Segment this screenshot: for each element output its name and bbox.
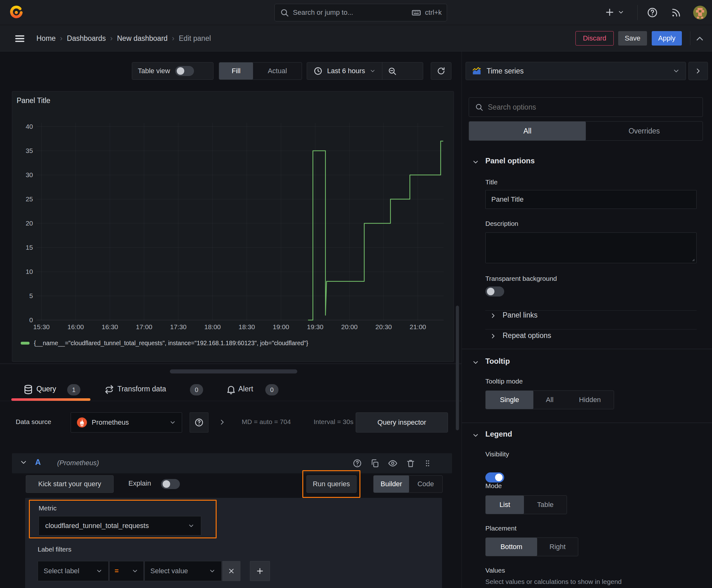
duplicate-icon[interactable] bbox=[370, 459, 380, 468]
tab-all[interactable]: All bbox=[469, 122, 586, 141]
tab-alert[interactable]: Alert bbox=[238, 385, 253, 393]
datasource-name: Prometheus bbox=[92, 418, 129, 426]
mode-list-option[interactable]: List bbox=[486, 496, 524, 514]
chevron-down-icon bbox=[672, 67, 680, 75]
time-range-button[interactable]: Last 6 hours bbox=[307, 63, 382, 80]
panel-links-header[interactable]: Panel links bbox=[503, 311, 537, 319]
transform-icon bbox=[104, 384, 114, 395]
breadcrumb-dashboards[interactable]: Dashboards bbox=[67, 34, 106, 43]
mode-table-option[interactable]: Table bbox=[524, 496, 567, 514]
kickstart-query-button[interactable]: Kick start your query bbox=[26, 475, 114, 493]
metric-select[interactable]: cloudflared_tunnel_total_requests bbox=[39, 516, 201, 536]
panel-title-input[interactable] bbox=[486, 190, 697, 209]
panel-options-header[interactable]: Panel options bbox=[486, 156, 535, 165]
chevron-right-icon bbox=[490, 332, 497, 340]
actual-option[interactable]: Actual bbox=[253, 63, 302, 80]
discard-button[interactable]: Discard bbox=[576, 31, 614, 45]
query-row-actions bbox=[352, 453, 432, 474]
select-label-dropdown[interactable]: Select label bbox=[38, 561, 109, 581]
transparent-bg-toggle[interactable] bbox=[486, 287, 504, 296]
table-view-toggle-group: Table view bbox=[132, 62, 214, 80]
datasource-select[interactable]: Prometheus bbox=[71, 413, 182, 433]
datasource-help-button[interactable] bbox=[190, 413, 209, 433]
table-view-toggle[interactable] bbox=[175, 66, 194, 76]
category-divider bbox=[462, 422, 712, 423]
chevron-down-icon bbox=[169, 419, 176, 426]
search-input[interactable] bbox=[293, 8, 408, 17]
placement-bottom-option[interactable]: Bottom bbox=[486, 538, 537, 556]
select-value-dropdown[interactable]: Select value bbox=[145, 561, 222, 581]
legend-header[interactable]: Legend bbox=[486, 430, 512, 439]
panel-links-chevron[interactable] bbox=[490, 312, 497, 319]
tooltip-single-option[interactable]: Single bbox=[486, 391, 533, 409]
question-circle-icon[interactable] bbox=[352, 459, 362, 468]
expand-stats-chevron[interactable] bbox=[218, 418, 226, 426]
tooltip-header[interactable]: Tooltip bbox=[486, 357, 510, 365]
search-shortcut: ctrl+k bbox=[425, 8, 442, 17]
panel-preview[interactable]: Panel Title 0510152025303540 15:3016:001… bbox=[12, 91, 454, 362]
x-tick: 18:00 bbox=[198, 323, 226, 331]
chevron-right-icon bbox=[490, 312, 497, 319]
time-series-chart[interactable] bbox=[12, 91, 454, 362]
apply-button[interactable]: Apply bbox=[652, 31, 682, 45]
options-search-input[interactable] bbox=[488, 103, 697, 111]
collapse-query-chevron[interactable] bbox=[19, 458, 28, 466]
zoom-out-icon bbox=[387, 66, 397, 76]
code-option[interactable]: Code bbox=[409, 476, 442, 492]
user-avatar[interactable] bbox=[693, 6, 707, 19]
add-filter-button[interactable] bbox=[250, 561, 270, 581]
legend-chevron[interactable] bbox=[472, 432, 479, 439]
breadcrumb-separator: › bbox=[106, 34, 117, 43]
resize-handle[interactable] bbox=[170, 370, 297, 374]
trash-icon[interactable] bbox=[406, 459, 415, 468]
tooltip-chevron[interactable] bbox=[472, 359, 479, 366]
legend-swatch[interactable] bbox=[21, 342, 29, 344]
drag-handle-icon[interactable] bbox=[424, 459, 432, 468]
chart-legend: {__name__="cloudflared_tunnel_total_requ… bbox=[21, 339, 308, 347]
builder-option[interactable]: Builder bbox=[373, 476, 409, 492]
breadcrumb-separator: › bbox=[56, 34, 67, 43]
operator-dropdown[interactable]: = bbox=[109, 561, 144, 581]
tooltip-all-option[interactable]: All bbox=[533, 391, 566, 409]
help-button[interactable] bbox=[647, 7, 658, 18]
tab-transform[interactable]: Transform data bbox=[117, 385, 166, 393]
save-button[interactable]: Save bbox=[618, 31, 647, 45]
run-queries-button[interactable]: Run queries bbox=[306, 475, 357, 493]
refresh-icon bbox=[436, 66, 446, 76]
repeat-options-chevron[interactable] bbox=[490, 332, 497, 340]
explain-label: Explain bbox=[128, 479, 151, 487]
explain-toggle[interactable] bbox=[161, 479, 180, 489]
visualization-select[interactable]: Time series bbox=[466, 62, 686, 80]
global-search[interactable]: ctrl+k bbox=[274, 4, 447, 21]
query-row-header[interactable]: A (Prometheus) bbox=[12, 453, 452, 474]
repeat-options-header[interactable]: Repeat options bbox=[503, 331, 551, 340]
query-ref-id[interactable]: A bbox=[35, 458, 41, 467]
x-tick: 19:00 bbox=[267, 323, 295, 331]
grafana-logo-icon[interactable] bbox=[9, 5, 23, 20]
menu-toggle-button[interactable] bbox=[14, 33, 26, 45]
description-textarea[interactable] bbox=[486, 232, 697, 263]
fill-option[interactable]: Fill bbox=[219, 63, 253, 80]
x-tick: 15:30 bbox=[27, 323, 56, 331]
section-divider bbox=[486, 310, 697, 311]
tab-overrides[interactable]: Overrides bbox=[586, 122, 703, 141]
placement-right-option[interactable]: Right bbox=[537, 538, 578, 556]
options-search[interactable] bbox=[469, 97, 703, 117]
breadcrumb-home[interactable]: Home bbox=[37, 34, 56, 43]
legend-series-label[interactable]: {__name__="cloudflared_tunnel_total_requ… bbox=[34, 339, 308, 347]
tab-query[interactable]: Query bbox=[37, 385, 56, 393]
panel-options-chevron[interactable] bbox=[472, 158, 479, 166]
visibility-toggle[interactable] bbox=[486, 472, 504, 482]
news-rss-button[interactable] bbox=[671, 7, 682, 18]
new-menu-button[interactable] bbox=[604, 7, 624, 18]
remove-filter-button[interactable] bbox=[222, 561, 240, 581]
collapse-header-button[interactable] bbox=[694, 33, 705, 44]
query-inspector-button[interactable]: Query inspector bbox=[356, 413, 448, 433]
eye-icon[interactable] bbox=[388, 458, 398, 468]
collapse-options-button[interactable] bbox=[688, 62, 708, 80]
zoom-out-button[interactable] bbox=[382, 63, 402, 80]
refresh-button[interactable] bbox=[431, 62, 451, 80]
left-pane-scrollbar[interactable] bbox=[456, 306, 459, 430]
breadcrumb-new-dashboard[interactable]: New dashboard bbox=[117, 34, 168, 43]
tooltip-hidden-option[interactable]: Hidden bbox=[566, 391, 614, 409]
